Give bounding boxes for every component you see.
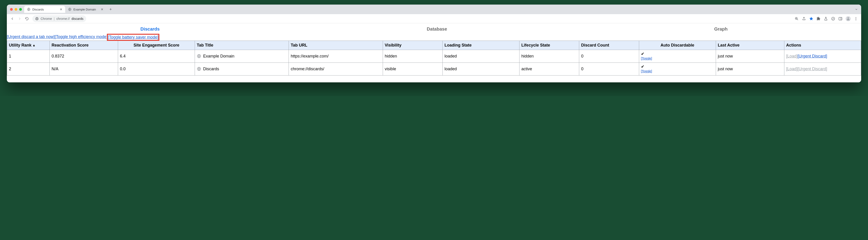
cell-visibility: hidden <box>383 50 442 62</box>
toolbar: Chrome | chrome://discards <box>7 14 861 23</box>
cell-tab-title-text: Example Domain <box>203 54 234 59</box>
toggle-battery-saver-link[interactable]: [Toggle battery saver mode] <box>108 35 158 39</box>
cell-tab-url: https://example.com/ <box>289 50 383 62</box>
highlighted-link-box: [Toggle battery saver mode] <box>107 34 159 40</box>
tab-overflow-button[interactable] <box>855 8 859 11</box>
tab-database[interactable]: Database <box>427 27 447 32</box>
profile-avatar[interactable] <box>846 16 851 21</box>
svg-point-7 <box>847 17 849 19</box>
th-auto-discardable[interactable]: Auto Discardable <box>639 41 716 50</box>
cell-loading-state: loaded <box>442 62 519 75</box>
chrome-icon <box>35 17 39 21</box>
cell-reactivation-score: 0.8372 <box>50 50 118 62</box>
cell-site-engagement-score: 6.4 <box>118 50 195 62</box>
omnibox-prefix: Chrome <box>40 17 52 21</box>
browser-tabs: Discards ✕ Example Domain ✕ + <box>24 5 114 14</box>
toolbar-right-icons <box>795 16 859 21</box>
th-reactivation-score[interactable]: Reactivation Score <box>50 41 118 50</box>
th-lifecycle-state[interactable]: Lifecycle State <box>520 41 579 50</box>
browser-tab-title: Example Domain <box>73 8 96 11</box>
load-action-link[interactable]: [Load] <box>786 54 798 58</box>
globe-icon <box>27 7 31 11</box>
cell-lifecycle-state: active <box>520 62 579 75</box>
omnibox-url-muted: chrome:// <box>56 17 69 21</box>
browser-tab-discards[interactable]: Discards ✕ <box>24 6 65 13</box>
new-tab-button[interactable]: + <box>107 7 114 12</box>
omnibox-url-bold: discards <box>71 17 84 21</box>
th-label: Utility Rank <box>9 43 31 48</box>
globe-icon <box>197 67 201 71</box>
browser-tab-example[interactable]: Example Domain ✕ <box>65 6 106 13</box>
urgent-discard-action-link[interactable]: [Urgent Discard] <box>798 54 827 58</box>
table-row: 2 N/A 0.0 Discards chrome://discards/ vi… <box>7 62 861 75</box>
cell-loading-state: loaded <box>442 50 519 62</box>
th-last-active[interactable]: Last Active <box>716 41 784 50</box>
cell-auto-discardable: ✔ [Toggle] <box>639 62 716 75</box>
bookmark-star-icon[interactable] <box>809 17 813 21</box>
side-panel-icon[interactable] <box>838 17 842 21</box>
update-icon[interactable] <box>831 17 835 21</box>
th-actions[interactable]: Actions <box>784 41 861 50</box>
omnibox-separator: | <box>54 17 55 21</box>
svg-point-3 <box>36 18 37 19</box>
browser-window: Discards ✕ Example Domain ✕ + Chrome <box>7 5 861 82</box>
tab-graph[interactable]: Graph <box>714 27 727 32</box>
browser-tab-title: Discards <box>32 8 44 11</box>
table-row: 1 0.8372 6.4 Example Domain https://exam… <box>7 50 861 62</box>
cell-tab-title: Example Domain <box>195 50 289 62</box>
toggle-high-efficiency-link[interactable]: [Toggle high efficiency mode] <box>55 34 107 40</box>
globe-icon <box>197 54 201 58</box>
titlebar: Discards ✕ Example Domain ✕ + <box>7 5 861 14</box>
urgent-discard-action-link[interactable]: [Urgent Discard] <box>798 67 827 71</box>
cell-tab-url: chrome://discards/ <box>289 62 383 75</box>
svg-point-5 <box>832 17 835 20</box>
tab-discards[interactable]: Discards <box>141 27 160 32</box>
extensions-icon[interactable] <box>816 17 820 21</box>
cell-tab-title: Discards <box>195 62 289 75</box>
th-tab-title[interactable]: Tab Title <box>195 41 289 50</box>
back-button[interactable] <box>9 16 16 22</box>
action-links: [Urgent discard a tab now][Toggle high e… <box>7 34 861 40</box>
address-bar[interactable]: Chrome | chrome://discards <box>32 15 86 22</box>
svg-point-9 <box>856 18 857 19</box>
auto-discardable-toggle-link[interactable]: [Toggle] <box>641 57 652 60</box>
th-site-engagement-score[interactable]: Site Engagement Score <box>118 41 195 50</box>
cell-utility-rank: 1 <box>7 50 50 62</box>
th-discard-count[interactable]: Discard Count <box>579 41 639 50</box>
cell-last-active: just now <box>716 62 784 75</box>
svg-rect-6 <box>839 17 842 20</box>
checkmark-icon: ✔ <box>641 52 714 56</box>
cell-actions: [Load][Urgent Discard] <box>784 62 861 75</box>
cell-lifecycle-state: hidden <box>520 50 579 62</box>
maximize-window-button[interactable] <box>19 8 22 11</box>
share-icon[interactable] <box>802 17 806 21</box>
urgent-discard-link[interactable]: [Urgent discard a tab now] <box>7 34 55 40</box>
close-window-button[interactable] <box>10 8 13 11</box>
discards-table: Utility Rank ▲ Reactivation Score Site E… <box>7 40 861 76</box>
sort-ascending-icon: ▲ <box>32 43 36 48</box>
th-loading-state[interactable]: Loading State <box>442 41 519 50</box>
close-tab-icon[interactable]: ✕ <box>101 7 103 11</box>
checkmark-icon: ✔ <box>641 65 714 69</box>
minimize-window-button[interactable] <box>14 8 17 11</box>
svg-point-10 <box>856 20 857 20</box>
cell-visibility: visible <box>383 62 442 75</box>
cell-discard-count: 0 <box>579 50 639 62</box>
labs-icon[interactable] <box>824 17 828 21</box>
th-utility-rank[interactable]: Utility Rank ▲ <box>7 41 50 50</box>
cell-tab-title-text: Discards <box>203 67 219 71</box>
cell-last-active: just now <box>716 50 784 62</box>
globe-icon <box>68 7 71 11</box>
zoom-icon[interactable] <box>795 17 799 21</box>
th-tab-url[interactable]: Tab URL <box>289 41 383 50</box>
th-visibility[interactable]: Visibility <box>383 41 442 50</box>
forward-button[interactable] <box>17 16 23 22</box>
auto-discardable-toggle-link[interactable]: [Toggle] <box>641 69 652 73</box>
window-controls <box>9 8 24 11</box>
close-tab-icon[interactable]: ✕ <box>60 7 62 11</box>
menu-icon[interactable] <box>854 17 858 21</box>
table-header-row: Utility Rank ▲ Reactivation Score Site E… <box>7 41 861 50</box>
reload-button[interactable] <box>24 16 30 22</box>
load-action-link[interactable]: [Load] <box>786 67 798 71</box>
svg-point-8 <box>856 17 857 18</box>
